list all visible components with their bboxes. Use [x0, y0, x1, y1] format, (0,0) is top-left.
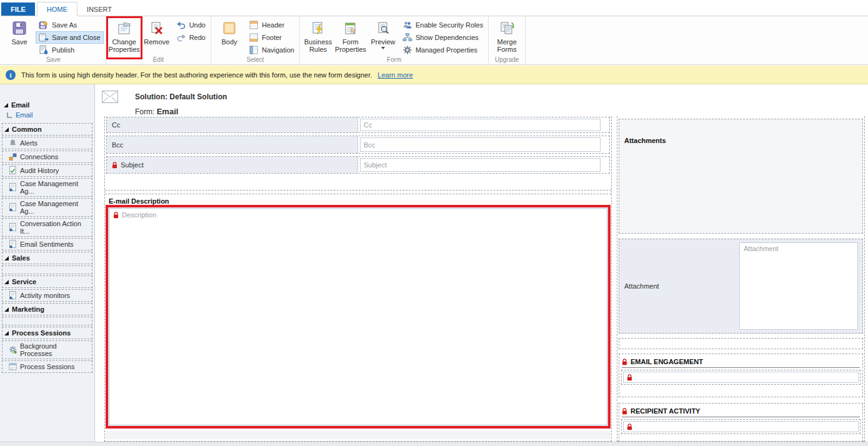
- learn-more-link[interactable]: Learn more: [377, 71, 412, 79]
- business-rules-button[interactable]: Business Rules: [302, 17, 334, 54]
- attachments-section[interactable]: Attachments: [619, 119, 863, 234]
- description-field[interactable]: Description: [109, 208, 607, 425]
- subject-input[interactable]: [360, 158, 601, 172]
- body-button[interactable]: Body: [213, 17, 246, 46]
- collapse-icon: [4, 256, 9, 260]
- redo-icon: [176, 32, 186, 42]
- preview-dropdown-caret[interactable]: [381, 47, 385, 49]
- field-row-subject[interactable]: Subject: [106, 156, 610, 174]
- tab-insert[interactable]: INSERT: [77, 2, 121, 16]
- tab-file[interactable]: FILE: [1, 2, 35, 16]
- footer-icon: [249, 32, 259, 42]
- managed-properties-button[interactable]: Managed Properties: [399, 44, 486, 56]
- redo-button[interactable]: Redo: [173, 31, 209, 44]
- footer-button[interactable]: Footer: [246, 31, 297, 44]
- email-entity-icon: [102, 91, 118, 103]
- tab-home[interactable]: HOME: [37, 2, 77, 16]
- sidebar-empty-slot: [2, 265, 92, 274]
- sidebar-group-process-sessions[interactable]: Process Sessions: [2, 327, 92, 339]
- notification-text: This form is using high density header. …: [21, 71, 372, 79]
- show-dependencies-button[interactable]: Show Dependencies: [399, 31, 486, 44]
- change-properties-button[interactable]: Change Properties: [108, 17, 141, 54]
- notification-bar: i This form is using high density header…: [0, 66, 868, 84]
- sidebar-item-connections[interactable]: Connections: [2, 151, 92, 163]
- entity-doc-icon: [9, 203, 17, 212]
- cc-input[interactable]: [360, 119, 601, 131]
- ribbon-tab-bar: FILE HOME INSERT: [0, 0, 868, 16]
- ribbon-group-form: Business Rules Form Properties Preview: [300, 16, 489, 64]
- preview-button[interactable]: Preview: [367, 17, 399, 50]
- description-section-footer: [106, 431, 611, 439]
- annotation-box-description: Description: [106, 205, 611, 429]
- ribbon-groups: Save Save As Save and Close: [0, 16, 868, 64]
- sidebar-item-activity-monitors[interactable]: Activity monitors: [2, 289, 92, 302]
- recipient-activity-title: RECIPIENT ACTIVITY: [622, 407, 860, 417]
- recipient-activity-section[interactable]: RECIPIENT ACTIVITY: [619, 403, 863, 442]
- form-properties-button[interactable]: Form Properties: [334, 17, 367, 54]
- navigation-icon: [249, 45, 259, 55]
- publish-icon: [39, 45, 49, 55]
- sidebar-item-case-management-2[interactable]: Case Management Ag...: [2, 198, 92, 217]
- empty-section-row[interactable]: [619, 338, 863, 349]
- save-button[interactable]: Save: [3, 17, 36, 46]
- sidebar-item-process-sessions[interactable]: Process Sessions: [2, 360, 92, 373]
- sidebar-item-alerts[interactable]: Alerts: [2, 137, 92, 149]
- enable-security-roles-button[interactable]: Enable Security Roles: [399, 19, 486, 31]
- sidebar-empty-slot: [2, 317, 92, 325]
- bcc-input[interactable]: [360, 137, 601, 152]
- save-and-close-icon: [39, 32, 49, 42]
- upgrade-group-label: Upgrade: [491, 56, 523, 64]
- recipient-activity-field[interactable]: [623, 421, 859, 432]
- sidebar-group-common[interactable]: Common: [2, 123, 92, 136]
- select-group-label: Select: [213, 56, 297, 64]
- save-as-icon: [39, 20, 49, 30]
- attachment-field-row[interactable]: Attachment Attachment: [619, 239, 863, 334]
- attachments-section-title: Attachments: [619, 119, 862, 144]
- subject-label-cell: Subject: [107, 157, 358, 173]
- sidebar-item-audit-history[interactable]: Audit History: [2, 164, 92, 177]
- form-level-icon: [6, 112, 12, 119]
- merge-forms-icon: [499, 19, 514, 36]
- bottom-strip: [0, 442, 868, 446]
- cc-label-cell: Cc: [107, 117, 358, 132]
- sidebar-group-service[interactable]: Service: [2, 275, 92, 288]
- bcc-label-cell: Bcc: [107, 136, 358, 153]
- description-placeholder: Description: [122, 211, 156, 219]
- sidebar-item-conversation-action[interactable]: Conversation Action It...: [2, 218, 92, 237]
- undo-button[interactable]: Undo: [173, 19, 209, 31]
- field-row-cc[interactable]: Cc: [106, 117, 610, 133]
- preview-icon: [376, 19, 391, 36]
- edit-group-label: Edit: [108, 56, 209, 64]
- publish-button[interactable]: Publish: [36, 44, 104, 56]
- description-section: E-mail Description Description: [105, 194, 611, 441]
- sidebar-item-email-form[interactable]: Email: [2, 111, 92, 122]
- merge-forms-button[interactable]: Merge Forms: [491, 17, 523, 54]
- form-title: Form: Email: [135, 107, 178, 116]
- sidebar-item-background-processes[interactable]: Background Processes: [2, 340, 92, 359]
- ribbon-group-upgrade: Merge Forms Upgrade: [489, 16, 526, 64]
- background-processes-icon: [9, 345, 17, 354]
- email-engagement-section[interactable]: EMAIL ENGAGEMENT: [619, 354, 863, 397]
- sidebar-item-email-sentiments[interactable]: Email Sentiments: [2, 238, 92, 250]
- ribbon-group-edit: Change Properties Remove Undo: [106, 16, 211, 64]
- header-icon: [249, 20, 259, 30]
- connections-icon: [9, 152, 17, 161]
- navigation-button[interactable]: Navigation: [246, 44, 297, 56]
- form-group-label: Form: [302, 56, 486, 64]
- header-button[interactable]: Header: [246, 19, 297, 31]
- sidebar-group-email[interactable]: Email: [2, 99, 92, 111]
- remove-button[interactable]: Remove: [141, 17, 173, 46]
- save-and-close-button[interactable]: Save and Close: [36, 31, 104, 44]
- fields-section[interactable]: Cc Bcc Subjec: [105, 116, 611, 191]
- field-row-bcc[interactable]: Bcc: [106, 136, 610, 154]
- save-as-button[interactable]: Save As: [36, 19, 104, 31]
- sidebar-group-marketing[interactable]: Marketing: [2, 303, 92, 315]
- attachment-field[interactable]: Attachment: [739, 242, 858, 330]
- sidebar-group-sales[interactable]: Sales: [2, 252, 92, 264]
- gear-icon: [402, 45, 412, 55]
- form-editor-canvas: Solution: Default Solution Form: Email C…: [96, 84, 868, 442]
- sidebar-item-case-management-1[interactable]: Case Management Ag...: [2, 178, 92, 197]
- collapse-icon: [4, 103, 8, 107]
- email-engagement-field[interactable]: [623, 372, 859, 383]
- entity-doc-icon: [9, 183, 17, 192]
